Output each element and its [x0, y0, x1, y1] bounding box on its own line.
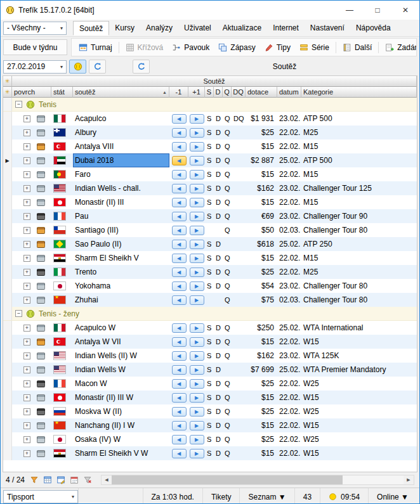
menu-napoveda[interactable]: Nápověda	[350, 21, 397, 36]
prev-button[interactable]: ◀	[172, 295, 187, 305]
prev-button[interactable]: ◀	[172, 435, 187, 444]
menu-nastaveni[interactable]: Nastavení	[305, 21, 350, 36]
expand-row-button[interactable]: +	[23, 213, 30, 220]
prev-button[interactable]: ◀	[172, 198, 187, 207]
col-header-kategorie[interactable]: Kategorie	[301, 87, 417, 98]
col-header-d[interactable]: D	[214, 87, 223, 98]
toolbar-turnaj-button[interactable]: Turnaj	[74, 41, 117, 54]
table-edit-icon[interactable]	[55, 474, 67, 486]
row-antalya-w-vii[interactable]: +Antalya W VII◀▶SDQ$1522.02.W15	[3, 335, 417, 349]
next-button[interactable]: ▶	[190, 142, 204, 152]
next-button[interactable]: ▶	[190, 114, 204, 124]
row-monastir-ii-iii-w[interactable]: +Monastir (II) III W◀▶SDQ$1522.02.W15	[3, 391, 417, 404]
next-button[interactable]: ▶	[190, 212, 204, 221]
menu-internet[interactable]: Internet	[267, 21, 305, 36]
next-button[interactable]: ▶	[190, 254, 204, 263]
next-button[interactable]: ▶	[190, 323, 204, 333]
toolbar-krizova-button[interactable]: Křížová	[121, 41, 168, 54]
col-header-1[interactable]: +1	[188, 87, 205, 98]
close-button[interactable]: ✕	[391, 1, 419, 20]
date-picker[interactable]: 27.02.2019 ▾	[3, 60, 67, 74]
expand-row-button[interactable]: +	[23, 255, 30, 262]
prev-button[interactable]: ◀	[172, 421, 187, 430]
row-antalya-viii[interactable]: +Antalya VIII◀▶SDQ$1522.02.M15	[3, 139, 417, 153]
col-header-q[interactable]: Q	[223, 87, 232, 98]
row-sharm-el-sheikh-v-w[interactable]: +Sharm El Sheikh V W◀▶SDQ$1522.02.W15	[3, 446, 417, 460]
expand-row-button[interactable]: +	[23, 129, 30, 136]
row-acapulco-w[interactable]: +Acapulco W◀▶SDQ$25025.02.WTA Internatio…	[3, 321, 417, 335]
expand-row-button[interactable]: +	[23, 157, 30, 164]
tickets-button[interactable]: Tikety	[202, 488, 240, 504]
row-sharm-el-sheikh-v[interactable]: +Sharm El Sheikh V◀▶SDQ$1522.02.M15	[3, 251, 417, 265]
expand-row-button[interactable]: +	[23, 269, 30, 276]
menu-analyzy[interactable]: Analýzy	[140, 21, 178, 36]
row-osaka-iv-w[interactable]: +Osaka (IV) W◀▶SDQ$2522.02.W25	[3, 432, 417, 446]
menu-kursy[interactable]: Kursy	[109, 21, 140, 36]
prev-button[interactable]: ◀	[172, 379, 187, 389]
row-trento[interactable]: +Trento◀▶SDQ$2522.02.M25	[3, 265, 417, 279]
prev-button[interactable]: ◀	[172, 212, 187, 221]
col-header-dq[interactable]: DQ	[232, 87, 246, 98]
refresh-all-button[interactable]	[133, 60, 150, 74]
prev-button[interactable]: ◀	[172, 170, 187, 179]
expand-row-button[interactable]: +	[23, 408, 30, 415]
horizontal-scrollbar[interactable]: ◀ ▶	[101, 475, 414, 485]
next-button[interactable]: ▶	[190, 337, 204, 347]
toolbar-zadani-button[interactable]: Zadání	[381, 41, 417, 54]
row-sao-paulo-ii[interactable]: +Sao Paulo (II)◀▶SD$61825.02.ATP 250	[3, 237, 417, 251]
prev-button[interactable]: ◀	[172, 254, 187, 263]
week-button[interactable]: Bude v týdnu	[3, 39, 67, 55]
row-zhuhai[interactable]: +Zhuhai◀▶Q$7502.03.Challenger Tour 80	[3, 293, 417, 307]
toolbar-tipy-button[interactable]: Tipy	[260, 41, 295, 54]
expand-row-button[interactable]: +	[23, 380, 30, 387]
table-icon[interactable]	[42, 474, 53, 486]
toolbar-dalsi-button[interactable]: Další	[338, 41, 376, 54]
row-dubai-2018[interactable]: ▶+Dubai 2018◀▶SDQ$2 88725.02.ATP 500	[3, 153, 417, 167]
scroll-right-icon[interactable]: ▶	[404, 475, 414, 484]
row-indian-wells-chall[interactable]: +Indian Wells - chall.◀▶SDQ$16223.02.Cha…	[3, 181, 417, 195]
row-indian-wells-w[interactable]: +Indian Wells W◀▶SD$7 69925.02.WTA Premi…	[3, 363, 417, 377]
prev-button[interactable]: ◀	[172, 281, 187, 291]
row-faro[interactable]: +Faro◀▶SDQ$1522.02.M15	[3, 167, 417, 181]
next-button[interactable]: ▶	[190, 240, 204, 249]
next-button[interactable]: ▶	[190, 407, 204, 417]
next-button[interactable]: ▶	[190, 351, 204, 361]
row-monastir-ii-iii[interactable]: +Monastir (II) III◀▶SDQ$1522.02.M15	[3, 195, 417, 209]
filter-icon[interactable]	[29, 474, 40, 486]
prev-button[interactable]: ◀	[172, 323, 187, 333]
scrollbar-thumb[interactable]	[112, 475, 343, 484]
col-header-povrch[interactable]: povrch	[12, 87, 51, 98]
row-albury[interactable]: +Albury◀▶SDQ$2522.02.M25	[3, 126, 417, 139]
prev-button[interactable]: ◀	[172, 184, 187, 193]
expand-row-button[interactable]: +	[23, 241, 30, 248]
prev-button[interactable]: ◀	[172, 240, 187, 249]
expand-row-button[interactable]: +	[23, 422, 30, 429]
menu-uzivatel[interactable]: Uživatel	[178, 21, 217, 36]
expand-row-button[interactable]: +	[23, 450, 30, 457]
next-button[interactable]: ▶	[190, 379, 204, 389]
refresh-button[interactable]	[89, 60, 106, 74]
row-yokohama[interactable]: +Yokohama◀▶SDQ$5423.02.Challenger Tour 8…	[3, 279, 417, 293]
toolbar-zapasy-button[interactable]: Zápasy	[214, 41, 259, 54]
next-button[interactable]: ▶	[190, 170, 204, 179]
next-button[interactable]: ▶	[190, 156, 204, 165]
expand-row-button[interactable]: +	[23, 227, 30, 234]
col-header-soutez[interactable]: soutěž▲	[73, 87, 169, 98]
col-header-dotace[interactable]: dotace	[246, 87, 277, 98]
expand-row-button[interactable]: +	[23, 185, 30, 192]
ball-filter-button[interactable]	[69, 60, 86, 74]
expand-row-button[interactable]: +	[23, 171, 30, 178]
next-button[interactable]: ▶	[190, 268, 204, 277]
col-header-s[interactable]: S	[205, 87, 214, 98]
row-nanchang-ii-i-w[interactable]: +Nanchang (II) I W◀▶SDQ$1522.02.W15	[3, 418, 417, 432]
next-button[interactable]: ▶	[190, 421, 204, 430]
prev-button[interactable]: ◀	[172, 365, 187, 375]
prev-button[interactable]: ◀	[172, 156, 187, 165]
collapse-group-button[interactable]: −	[15, 101, 22, 108]
prev-button[interactable]: ◀	[172, 351, 187, 361]
filter-clear-icon[interactable]	[82, 474, 93, 486]
menu-soutez[interactable]: Soutěž	[73, 21, 109, 36]
expand-row-button[interactable]: +	[23, 366, 30, 373]
toolbar-serie-button[interactable]: Série	[295, 41, 334, 54]
expand-row-button[interactable]: +	[23, 143, 30, 150]
